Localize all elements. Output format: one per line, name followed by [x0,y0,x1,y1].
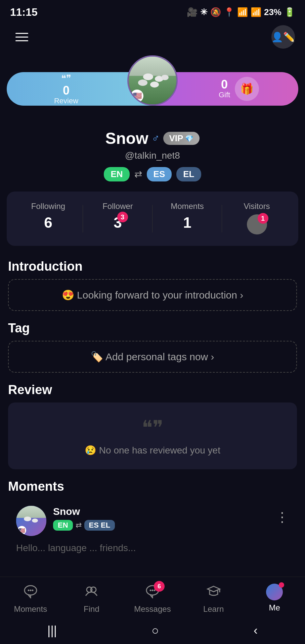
moment-flag: 🇺🇸 [17,526,26,535]
system-nav: ||| ○ ‹ [0,617,305,644]
moment-lang-badges: EN ⇄ ES EL [53,520,269,531]
sheep-5 [150,82,159,88]
moment-sky [16,506,46,518]
nav-find[interactable]: Find [61,584,122,614]
following-count: 6 [44,214,52,231]
moment-user-name: Snow [53,506,269,517]
system-back[interactable]: ‹ [240,620,271,641]
moment-item[interactable]: 🇺🇸 Snow EN ⇄ ES EL ⋮ [8,499,297,543]
following-stat[interactable]: Following 6 [13,202,83,236]
follower-badge: 3 [117,212,128,222]
moment-user-avatar: 🇺🇸 [16,506,46,536]
moments-count: 1 [183,214,191,231]
me-nav-label: Me [269,603,280,612]
video-icon: 🎥 [187,7,198,17]
messages-nav-icon: 6 [145,584,160,602]
moments-section: Moments 🇺🇸 Snow EN ⇄ ES EL ⋮ Hello... la… [0,473,305,559]
review-count: 0 [63,85,70,97]
profile-name-row: Snow ♂ VIP 💎 [7,129,298,148]
learning-lang-badge-es[interactable]: ES [147,167,172,181]
visitors-stat[interactable]: Visitors 1 [222,202,292,236]
moment-preview-text: Hello... language ... friends... [8,543,297,556]
tag-placeholder: 🏷️ Add personal tags now › [91,351,214,363]
visitors-avatar-wrapper: 1 [247,214,267,236]
vip-badge: VIP 💎 [163,132,200,145]
review-icon: ❝❞ [61,73,71,84]
nav-learn[interactable]: Learn [183,584,244,614]
svg-point-3 [32,590,33,591]
sheep-3 [138,79,147,86]
svg-point-1 [28,590,29,591]
follower-label: Follower [83,202,152,211]
lang-arrow-icon: ⇄ [134,169,142,180]
nav-moments[interactable]: Moments [0,584,61,614]
tag-title: Tag [8,321,297,335]
top-bar: 👤✏️ [0,22,305,55]
learn-nav-label: Learn [203,604,224,614]
system-home[interactable]: ○ [138,620,172,641]
profile-hero: ❝❞ 0 Review 0 Gift 🎁 [7,55,298,106]
visitors-badge: 1 [258,213,268,224]
stats-row: Following 6 Follower 3 3 Moments 1 Visit… [7,192,298,246]
gender-icon: ♂ [152,132,160,145]
moments-nav-label: Moments [14,604,47,614]
moments-nav-icon [23,584,38,602]
moment-learning-badge: ES EL [84,520,115,531]
moments-stat[interactable]: Moments 1 [152,202,222,236]
gift-stat: 0 Gift [219,78,230,99]
menu-line-3 [15,40,28,41]
review-empty-text: 😢 No one has reviewed you yet [85,445,220,456]
avatar-sky [129,57,176,76]
review-stat: ❝❞ 0 Review [54,73,78,105]
nav-messages[interactable]: 6 Messages [122,584,183,614]
sheep-1 [143,73,153,80]
menu-button[interactable] [10,25,34,49]
find-nav-icon [84,584,99,602]
vip-label: VIP [169,133,183,144]
menu-line-1 [15,33,28,34]
svg-point-2 [30,590,31,591]
avatar[interactable]: 🇺🇸 [127,55,178,106]
introduction-input[interactable]: 😍 Looking forward to your introduction › [8,279,297,311]
gift-count: 0 [221,78,228,91]
moments-title: Moments [8,479,297,494]
username-display: Snow [105,129,148,148]
native-lang-badge[interactable]: EN [104,167,129,181]
follower-stat[interactable]: Follower 3 3 [83,202,152,236]
edit-profile-button[interactable]: 👤✏️ [271,25,295,49]
moment-sheep-1 [24,517,31,521]
system-recent-apps[interactable]: ||| [34,620,70,641]
wifi-icon: 📶 [237,7,248,17]
flag-icon: 🇺🇸 [133,92,142,100]
sheep-4 [161,75,169,80]
moment-more-button[interactable]: ⋮ [275,509,289,525]
status-icons: 🎥 ✳ 🔕 📍 📶 📶 23% 🔋 [187,7,295,17]
me-badge [279,582,284,588]
gift-label: Gift [219,91,230,99]
svg-point-8 [151,590,153,591]
nav-me[interactable]: Me [244,584,305,614]
moment-arrow: ⇄ [76,521,82,530]
battery-label: 23% [264,7,281,17]
location-icon: 📍 [224,7,234,17]
review-section: Review ❝❞ 😢 No one has reviewed you yet [0,376,305,473]
moment-sheep-2 [32,519,38,523]
review-empty-box: ❝❞ 😢 No one has reviewed you yet [8,402,297,469]
tag-input[interactable]: 🏷️ Add personal tags now › [8,341,297,373]
introduction-section: Introduction 😍 Looking forward to your i… [0,253,305,314]
flag-badge: 🇺🇸 [131,90,143,102]
vip-icon: 💎 [185,135,193,143]
review-label: Review [54,97,78,105]
messages-nav-label: Messages [134,604,171,614]
bluetooth-icon: ✳ [200,7,208,17]
learning-lang-badge-el[interactable]: EL [176,167,201,181]
profile-username: @talkin_net8 [7,150,298,161]
moments-label: Moments [152,202,222,211]
svg-point-7 [149,590,151,591]
learn-nav-icon [206,584,221,602]
sound-off-icon: 🔕 [210,7,221,17]
quote-icon: ❝❞ [142,416,163,439]
moment-avatar-landscape: 🇺🇸 [16,506,46,536]
signal-icon: 📶 [251,7,261,17]
status-time: 11:15 [10,6,38,18]
